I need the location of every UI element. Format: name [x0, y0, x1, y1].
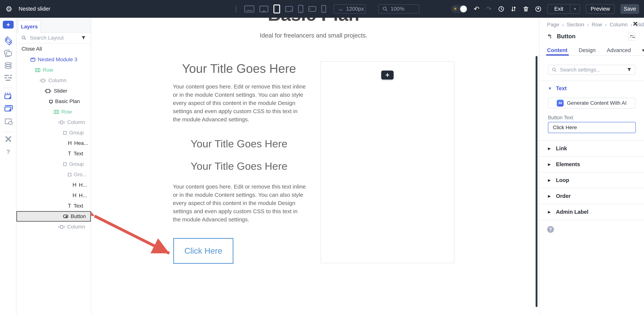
device-desktop-icon[interactable]: [260, 5, 268, 12]
dark-mode-toggle[interactable]: ☀: [451, 5, 468, 13]
filter-funnel-icon[interactable]: [81, 35, 86, 40]
section-elements[interactable]: ▶Elements: [539, 157, 644, 173]
breadcrumb-item-column[interactable]: Column: [610, 22, 628, 28]
layer-item-group[interactable]: Group: [16, 159, 91, 169]
canvas-heading-2[interactable]: Your Title Goes Here: [173, 138, 305, 150]
toggle-knob: [460, 5, 467, 12]
tab-layers[interactable]: Layers: [18, 20, 41, 33]
layer-item-text[interactable]: Text: [16, 148, 91, 159]
layers-search-input[interactable]: [30, 35, 78, 41]
layer-item-group[interactable]: Group: [16, 127, 91, 138]
add-slide-content-button[interactable]: +: [381, 70, 394, 79]
preview-button[interactable]: Preview: [586, 4, 615, 14]
panel-dock-icon[interactable]: [628, 33, 636, 40]
layer-item-nested-module-3[interactable]: Nested Module 3: [16, 54, 91, 65]
module-icon: [30, 58, 35, 62]
tab-advanced[interactable]: Advanced: [607, 47, 631, 53]
layer-label: Group: [69, 130, 84, 136]
section-admin-label[interactable]: ▶Admin Label: [539, 204, 644, 220]
builder-settings-gear-icon[interactable]: ⚙: [6, 5, 12, 13]
chevron-right-icon: ▶: [548, 162, 551, 167]
layer-item-column[interactable]: Column: [16, 75, 91, 86]
layers-panel: Layers Close All Nested Module 3RowColum…: [16, 18, 91, 314]
section-order[interactable]: ▶Order: [539, 188, 644, 204]
multi-select-mode-button[interactable]: [0, 105, 16, 111]
device-phone-small-icon[interactable]: [321, 5, 326, 13]
breadcrumb-item-page[interactable]: Page: [547, 22, 559, 28]
heading-icon: [72, 182, 76, 188]
layer-item-h-[interactable]: H...: [16, 180, 91, 190]
interaction-mode-button[interactable]: [0, 93, 16, 99]
canvas-paragraph-2[interactable]: Your content goes here. Edit or remove t…: [173, 183, 306, 224]
tabs-dropdown-caret-icon[interactable]: ▾: [642, 48, 644, 53]
device-tablet-small-icon[interactable]: [285, 6, 293, 12]
canvas-heading-3[interactable]: Your Title Goes Here: [173, 160, 305, 172]
canvas-click-here-button[interactable]: Click Here: [173, 238, 234, 264]
sort-layers-icon[interactable]: [510, 5, 517, 12]
device-phone-icon[interactable]: [298, 5, 303, 13]
viewport-width-control[interactable]: ↔ 1200px: [334, 4, 366, 14]
breadcrumb-item-row[interactable]: Row: [592, 22, 602, 28]
breadcrumb-item-section[interactable]: Section: [567, 22, 584, 28]
device-phone-landscape-icon[interactable]: [308, 6, 316, 12]
more-options-kebab-icon[interactable]: ⋮: [233, 5, 240, 13]
breadcrumb: Page›Section›Row›Column›Slider...: [547, 21, 644, 28]
layer-item-basic-plan[interactable]: Basic Plan: [16, 96, 91, 107]
wireframe-view-button[interactable]: [0, 75, 16, 81]
portability-icon[interactable]: [535, 5, 542, 12]
layer-item-slider[interactable]: Slider: [16, 86, 91, 96]
breadcrumb-separator: ›: [630, 21, 632, 28]
device-tablet-icon[interactable]: [274, 4, 280, 13]
save-button[interactable]: Save: [620, 4, 639, 14]
close-all-button[interactable]: Close All: [16, 43, 91, 54]
tab-content[interactable]: Content: [547, 47, 568, 53]
undo-icon[interactable]: ↶: [473, 5, 480, 12]
responsive-device-switcher: [244, 4, 326, 13]
layer-item-button[interactable]: Button: [16, 211, 91, 222]
layer-label: Gro...: [74, 172, 87, 178]
history-icon[interactable]: [498, 5, 504, 12]
section-label: Admin Label: [556, 209, 588, 215]
text-section-label: Text: [556, 85, 567, 91]
canvas-paragraph-1[interactable]: Your content goes here. Edit or remove t…: [173, 82, 306, 124]
canvas-scrollbar[interactable]: [536, 56, 538, 307]
canvas-heading-1[interactable]: Your Title Goes Here: [173, 61, 305, 76]
exit-button[interactable]: Exit ▾: [547, 4, 580, 14]
module-settings-panel: Page›Section›Row›Column›Slider... × ↰ Bu…: [539, 18, 644, 314]
page-title: Nested slider: [19, 6, 50, 12]
generate-ai-button[interactable]: AI Generate Content With AI: [548, 98, 636, 108]
design-presets-button[interactable]: [0, 50, 16, 56]
button-text-input[interactable]: [548, 122, 636, 133]
exit-dropdown-caret-icon[interactable]: ▾: [570, 5, 580, 13]
back-arrow-icon[interactable]: ↰: [547, 33, 552, 39]
layer-item-text[interactable]: Text: [16, 201, 91, 211]
slide-main-heading[interactable]: Basic Plan: [173, 18, 454, 23]
layer-item-gro-[interactable]: Gro...: [16, 169, 91, 180]
layer-item-column[interactable]: Column: [16, 222, 91, 232]
row-icon: [35, 68, 40, 72]
filter-funnel-icon[interactable]: [627, 67, 632, 72]
tab-design[interactable]: Design: [579, 47, 596, 53]
add-module-button[interactable]: +: [0, 21, 16, 28]
layer-item-row[interactable]: Row: [16, 107, 91, 117]
layer-item-column[interactable]: Column: [16, 117, 91, 127]
tools-button[interactable]: [0, 136, 16, 142]
layer-item-hea-[interactable]: Hea...: [16, 138, 91, 148]
section-link[interactable]: ▶Link: [539, 141, 644, 157]
section-loop[interactable]: ▶Loop: [539, 173, 644, 188]
layer-item-row[interactable]: Row: [16, 65, 91, 75]
zoom-control[interactable]: 100%: [378, 4, 420, 14]
slide-subtitle[interactable]: Ideal for freelancers and small projects…: [173, 32, 454, 39]
redo-icon[interactable]: ↷: [486, 5, 492, 12]
device-desktop-large-icon[interactable]: [244, 5, 254, 12]
settings-search-input[interactable]: [560, 67, 624, 73]
help-icon[interactable]: ?: [547, 226, 554, 233]
saved-layouts-button[interactable]: [0, 119, 16, 124]
text-section-header[interactable]: ▼ Text: [548, 85, 567, 91]
help-button[interactable]: ?: [0, 148, 16, 155]
layers-panel-button[interactable]: [0, 37, 16, 44]
database-button[interactable]: [0, 62, 16, 69]
close-icon[interactable]: ×: [633, 19, 638, 28]
layer-item-h-[interactable]: H...: [16, 190, 91, 201]
trash-icon[interactable]: [522, 5, 529, 12]
